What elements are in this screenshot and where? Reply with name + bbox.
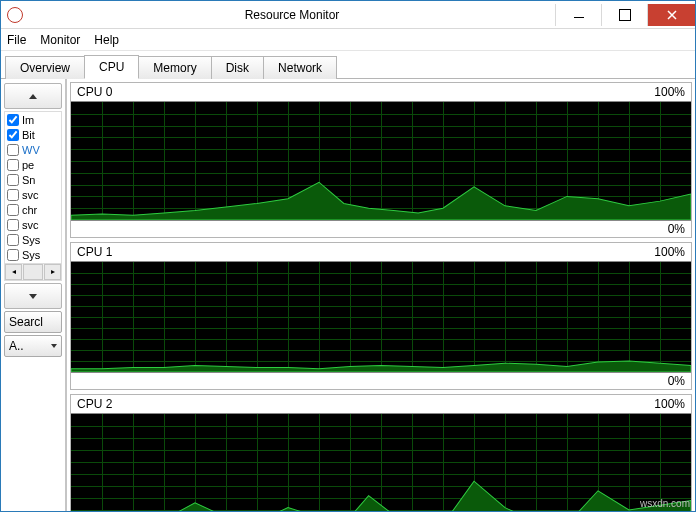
- a-label: A..: [9, 339, 24, 353]
- maximize-button[interactable]: [601, 4, 647, 26]
- process-list[interactable]: ImBitWVpeSnsvcchrsvcSysSys◂▸: [4, 111, 62, 281]
- tab-disk[interactable]: Disk: [211, 56, 264, 79]
- process-label: svc: [22, 219, 39, 231]
- window-title: Resource Monitor: [29, 8, 555, 22]
- graph-max: 100%: [654, 245, 685, 259]
- graph-max: 100%: [654, 397, 685, 411]
- process-item[interactable]: svc: [5, 218, 61, 233]
- process-checkbox[interactable]: [7, 204, 19, 216]
- process-item[interactable]: Im: [5, 112, 61, 127]
- sidebar: ImBitWVpeSnsvcchrsvcSysSys◂▸ Searcl A..: [1, 79, 66, 511]
- process-label: pe: [22, 159, 34, 171]
- cpu-chart: [71, 101, 691, 221]
- menu-file[interactable]: File: [7, 33, 26, 47]
- cpu-chart: [71, 413, 691, 511]
- associated-dropdown[interactable]: A..: [4, 335, 62, 357]
- process-item[interactable]: Bit: [5, 127, 61, 142]
- tab-overview[interactable]: Overview: [5, 56, 85, 79]
- process-label: WV: [22, 144, 40, 156]
- process-label: Sys: [22, 234, 40, 246]
- process-checkbox[interactable]: [7, 144, 19, 156]
- process-checkbox[interactable]: [7, 174, 19, 186]
- process-item[interactable]: Sys: [5, 233, 61, 248]
- process-checkbox[interactable]: [7, 114, 19, 126]
- graph-header: CPU 2100%: [71, 395, 691, 413]
- graph-min: 0%: [668, 222, 685, 236]
- search-label: Searcl: [9, 315, 43, 329]
- process-item[interactable]: svc: [5, 187, 61, 202]
- process-checkbox[interactable]: [7, 189, 19, 201]
- app-window: Resource Monitor File Monitor Help Overv…: [0, 0, 696, 512]
- graph-title: CPU 1: [77, 245, 112, 259]
- sidebar-hscroll[interactable]: ◂▸: [5, 263, 61, 280]
- graphs-panel: CPU 0100%0%CPU 1100%0%CPU 2100%0%: [66, 79, 695, 511]
- search-button[interactable]: Searcl: [4, 311, 62, 333]
- process-checkbox[interactable]: [7, 234, 19, 246]
- process-checkbox[interactable]: [7, 159, 19, 171]
- process-item[interactable]: Sys: [5, 248, 61, 263]
- process-checkbox[interactable]: [7, 249, 19, 261]
- dropdown-icon: [51, 344, 57, 348]
- tab-memory[interactable]: Memory: [138, 56, 211, 79]
- graph-min: 0%: [668, 374, 685, 388]
- graph-footer: 0%: [71, 221, 691, 237]
- tab-network[interactable]: Network: [263, 56, 337, 79]
- process-item[interactable]: Sn: [5, 172, 61, 187]
- process-checkbox[interactable]: [7, 219, 19, 231]
- process-label: Im: [22, 114, 34, 126]
- process-label: Sys: [22, 249, 40, 261]
- process-checkbox[interactable]: [7, 129, 19, 141]
- minimize-button[interactable]: [555, 4, 601, 26]
- app-icon: [7, 7, 23, 23]
- process-item[interactable]: WV: [5, 142, 61, 157]
- graph-title: CPU 2: [77, 397, 112, 411]
- cpu-chart: [71, 261, 691, 373]
- chevron-up-icon: [29, 94, 37, 99]
- graph-max: 100%: [654, 85, 685, 99]
- content-body: ImBitWVpeSnsvcchrsvcSysSys◂▸ Searcl A.. …: [1, 79, 695, 511]
- cpu-graph-pane: CPU 0100%0%: [70, 82, 692, 238]
- chevron-down-icon: [29, 294, 37, 299]
- menu-bar: File Monitor Help: [1, 29, 695, 51]
- graph-title: CPU 0: [77, 85, 112, 99]
- process-label: chr: [22, 204, 37, 216]
- scroll-thumb[interactable]: [23, 264, 43, 280]
- scroll-right-icon[interactable]: ▸: [44, 264, 61, 280]
- graph-header: CPU 0100%: [71, 83, 691, 101]
- process-label: Bit: [22, 129, 35, 141]
- process-item[interactable]: pe: [5, 157, 61, 172]
- cpu-graph-pane: CPU 2100%0%: [70, 394, 692, 511]
- title-bar[interactable]: Resource Monitor: [1, 1, 695, 29]
- graph-footer: 0%: [71, 373, 691, 389]
- tab-strip: Overview CPU Memory Disk Network: [1, 51, 695, 79]
- caption-buttons: [555, 4, 695, 26]
- menu-help[interactable]: Help: [94, 33, 119, 47]
- process-item[interactable]: chr: [5, 203, 61, 218]
- process-label: svc: [22, 189, 39, 201]
- collapse-down-button[interactable]: [4, 283, 62, 309]
- cpu-graph-pane: CPU 1100%0%: [70, 242, 692, 390]
- collapse-up-button[interactable]: [4, 83, 62, 109]
- tab-cpu[interactable]: CPU: [84, 55, 139, 79]
- menu-monitor[interactable]: Monitor: [40, 33, 80, 47]
- graph-header: CPU 1100%: [71, 243, 691, 261]
- close-button[interactable]: [647, 4, 695, 26]
- scroll-left-icon[interactable]: ◂: [5, 264, 22, 280]
- process-label: Sn: [22, 174, 35, 186]
- watermark: wsxdn.com: [640, 498, 690, 509]
